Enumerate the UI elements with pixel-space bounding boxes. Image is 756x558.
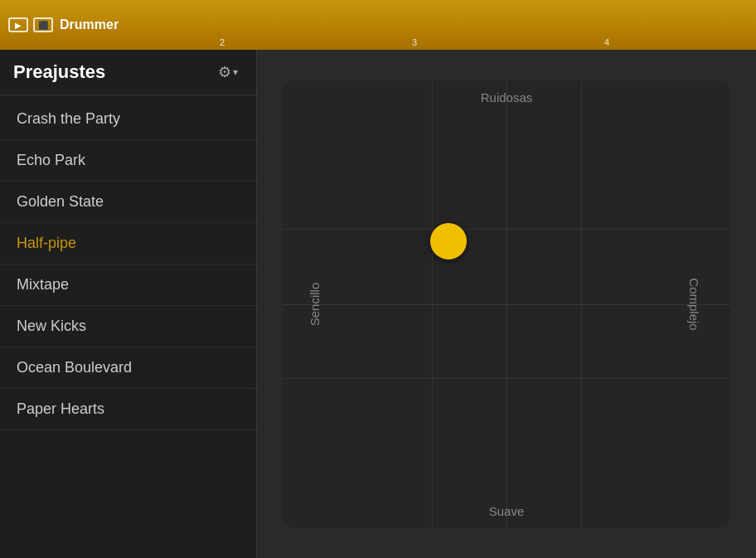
gear-icon: ⚙: [218, 63, 231, 81]
drummer-icon-box[interactable]: ⬛: [33, 17, 53, 32]
gear-button[interactable]: ⚙ ▾: [213, 60, 243, 85]
preset-item-half-pipe[interactable]: Half-pipe: [0, 223, 256, 264]
preset-item-crash-the-party[interactable]: Crash the Party: [0, 99, 256, 140]
main-content: Preajustes ⚙ ▾ Crash the PartyEcho ParkG…: [0, 50, 756, 558]
label-soft: Suave: [489, 504, 525, 518]
grid-line-v2: [581, 80, 582, 528]
ruler-mark-2: 2: [220, 37, 225, 47]
grid-line-h2: [283, 378, 730, 379]
play-icon-box[interactable]: ▶: [8, 17, 28, 32]
header-icons: ▶ ⬛: [8, 17, 53, 32]
ruler-mark-4: 4: [604, 37, 609, 47]
label-complex: Complejo: [687, 278, 701, 330]
ruler: 2 3 4: [0, 32, 756, 50]
sidebar-header: Preajustes ⚙ ▾: [0, 50, 256, 95]
xy-pad[interactable]: Ruidosas Suave Sencillo Complejo: [283, 80, 730, 528]
label-loud: Ruidosas: [481, 90, 533, 104]
xy-pad-container: Ruidosas Suave Sencillo Complejo: [283, 80, 730, 528]
grid-line-v1: [432, 80, 433, 528]
xy-area: Ruidosas Suave Sencillo Complejo: [257, 50, 756, 558]
sidebar: Preajustes ⚙ ▾ Crash the PartyEcho ParkG…: [0, 50, 257, 558]
header-title: Drummer: [60, 17, 119, 32]
play-icon: ▶: [15, 21, 22, 30]
header: ▶ ⬛ Drummer 2 3 4: [0, 0, 756, 50]
chevron-down-icon: ▾: [233, 66, 238, 78]
preset-item-ocean-boulevard[interactable]: Ocean Boulevard: [0, 347, 256, 389]
drummer-icon: ⬛: [38, 21, 48, 30]
label-simple: Sencillo: [308, 282, 322, 326]
preset-item-mixtape[interactable]: Mixtape: [0, 264, 256, 306]
preset-item-echo-park[interactable]: Echo Park: [0, 140, 256, 182]
preset-item-paper-hearts[interactable]: Paper Hearts: [0, 389, 256, 430]
preset-item-new-kicks[interactable]: New Kicks: [0, 306, 256, 347]
presets-title: Preajustes: [13, 61, 105, 83]
preset-list: Crash the PartyEcho ParkGolden StateHalf…: [0, 95, 256, 558]
preset-item-golden-state[interactable]: Golden State: [0, 182, 256, 223]
ruler-mark-3: 3: [412, 37, 417, 47]
sidebar-controls: ⚙ ▾: [213, 60, 243, 85]
xy-dot[interactable]: [430, 223, 467, 260]
grid-line-h1: [283, 229, 730, 230]
